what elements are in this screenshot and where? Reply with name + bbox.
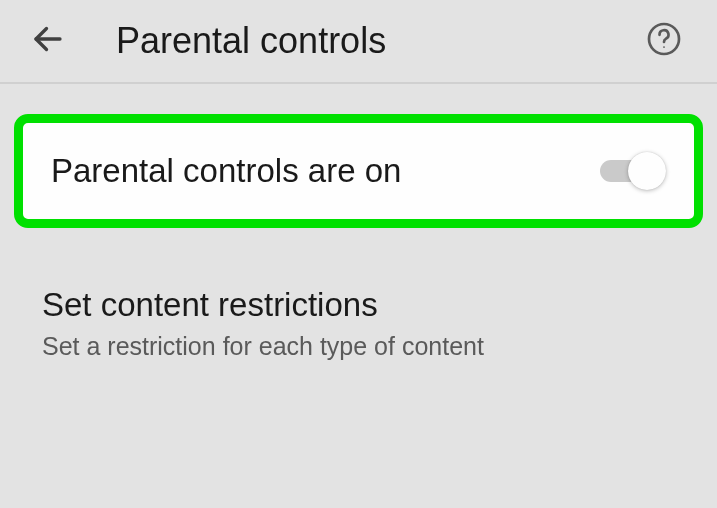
parental-controls-toggle[interactable] bbox=[600, 151, 666, 191]
app-header: Parental controls bbox=[0, 0, 717, 84]
arrow-left-icon bbox=[30, 21, 66, 57]
svg-point-2 bbox=[663, 46, 665, 48]
section-subtitle: Set a restriction for each type of conte… bbox=[42, 332, 675, 361]
help-button[interactable] bbox=[646, 21, 682, 61]
toggle-label: Parental controls are on bbox=[51, 152, 401, 190]
section-title: Set content restrictions bbox=[42, 286, 675, 324]
toggle-thumb bbox=[628, 152, 666, 190]
help-icon bbox=[646, 21, 682, 57]
content-restrictions-section[interactable]: Set content restrictions Set a restricti… bbox=[0, 228, 717, 361]
page-title: Parental controls bbox=[116, 20, 386, 62]
content-area: Parental controls are on Set content res… bbox=[0, 84, 717, 361]
back-button[interactable] bbox=[30, 21, 66, 61]
parental-controls-toggle-row[interactable]: Parental controls are on bbox=[14, 114, 703, 228]
